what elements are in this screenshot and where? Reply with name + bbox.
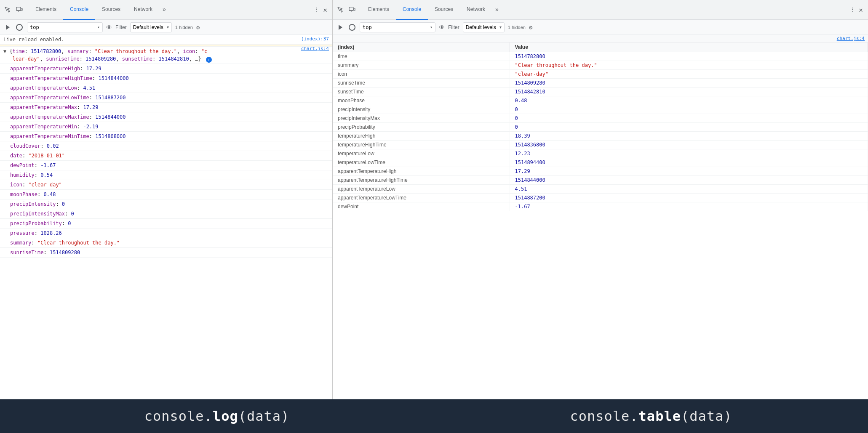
left-gear-icon[interactable]: ⚙ xyxy=(196,24,200,31)
right-tab-more[interactable]: » xyxy=(492,0,502,20)
right-run-icon[interactable] xyxy=(336,23,345,32)
prop-date: date: "2018-01-01" xyxy=(0,151,332,161)
table-cell-value: 1514782800 xyxy=(510,52,868,61)
left-console-content: (index):37 Live reload enabled. chart.js… xyxy=(0,35,332,399)
left-stop-icon[interactable] xyxy=(15,23,24,32)
table-cell-index: sunsetTime xyxy=(333,88,510,96)
left-tab-console[interactable]: Console xyxy=(63,0,95,20)
left-tab-icons xyxy=(3,5,24,14)
table-cell-index: dewPoint xyxy=(333,202,510,211)
right-tab-network[interactable]: Network xyxy=(460,0,492,20)
left-run-icon[interactable] xyxy=(3,23,12,32)
table-cell-value: 0.48 xyxy=(510,96,868,105)
right-tab-elements[interactable]: Elements xyxy=(361,0,396,20)
table-cell-value: "Clear throughout the day." xyxy=(510,61,868,70)
prop-dewPoint: dewPoint: -1.67 xyxy=(0,161,332,170)
left-close-icon[interactable]: ✕ xyxy=(321,4,329,16)
left-filter-label: Filter xyxy=(115,24,127,30)
chart-source-link[interactable]: chart.js:4 xyxy=(301,45,329,53)
left-tab-elements[interactable]: Elements xyxy=(29,0,63,20)
table-cell-index: apparentTemperatureLowTime xyxy=(333,194,510,202)
table-row: summary"Clear throughout the day." xyxy=(333,61,868,70)
left-hidden-badge: 1 hidden xyxy=(175,25,193,30)
left-tab-network[interactable]: Network xyxy=(127,0,159,20)
inspect-icon[interactable] xyxy=(3,5,12,14)
obj-preview: {time: 1514782800, summary: "Clear throu… xyxy=(3,48,207,62)
table-row: apparentTemperatureLow4.51 xyxy=(333,185,868,194)
left-console-toolbar: top ▾ 👁 Filter Default levels ▾ 1 hidden… xyxy=(0,20,332,35)
prop-apparentTemperatureMinTime: apparentTemperatureMinTime: 1514808000 xyxy=(0,132,332,141)
svg-rect-1 xyxy=(21,8,22,11)
obj-info-icon[interactable]: i xyxy=(206,57,212,63)
device-icon[interactable] xyxy=(15,5,24,14)
table-cell-value: 1514844000 xyxy=(510,176,868,185)
left-context-selector[interactable]: top ▾ xyxy=(27,22,103,32)
table-row: precipIntensity0 xyxy=(333,105,868,114)
left-tab-sources[interactable]: Sources xyxy=(95,0,127,20)
table-row: temperatureLowTime1514894400 xyxy=(333,158,868,167)
table-cell-value: 0 xyxy=(510,105,868,114)
table-cell-value: 12.23 xyxy=(510,149,868,158)
svg-rect-0 xyxy=(16,7,21,11)
left-tab-more[interactable]: » xyxy=(159,0,169,20)
right-tab-console[interactable]: Console xyxy=(396,0,428,20)
table-cell-value: 1514836800 xyxy=(510,141,868,149)
table-cell-index: temperatureHigh xyxy=(333,132,510,141)
left-eye-icon[interactable]: 👁 xyxy=(106,24,112,31)
left-more-vert-icon[interactable]: ⋮ xyxy=(312,5,321,15)
table-cell-value: 1514842810 xyxy=(510,88,868,96)
left-level-arrow: ▾ xyxy=(167,25,169,29)
right-level-selector[interactable]: Default levels ▾ xyxy=(463,22,505,32)
table-chart-source[interactable]: chart.js:4 xyxy=(837,36,865,41)
table-cell-value: 0 xyxy=(510,123,868,132)
prop-precipIntensityMax: precipIntensityMax: 0 xyxy=(0,209,332,219)
right-close-icon[interactable]: ✕ xyxy=(857,4,865,16)
table-cell-index: precipIntensityMax xyxy=(333,114,510,123)
table-cell-index: sunriseTime xyxy=(333,79,510,88)
table-cell-index: precipIntensity xyxy=(333,105,510,114)
prop-apparentTemperatureMaxTime: apparentTemperatureMaxTime: 1514844000 xyxy=(0,112,332,122)
bottom-log-args: (data) xyxy=(238,408,290,424)
prop-humidity: humidity: 0.54 xyxy=(0,170,332,180)
table-cell-value: 18.39 xyxy=(510,132,868,141)
live-reload-source[interactable]: (index):37 xyxy=(301,36,329,43)
bottom-left: console.log(data) xyxy=(0,408,434,424)
right-device-icon[interactable] xyxy=(348,5,356,14)
right-context-selector[interactable]: top ▾ xyxy=(360,22,435,32)
table-row: moonPhase0.48 xyxy=(333,96,868,105)
right-inspect-icon[interactable] xyxy=(336,5,345,14)
left-devtools-panel: Elements Console Sources Network » ⋮ ✕ t… xyxy=(0,0,333,399)
left-level-selector[interactable]: Default levels ▾ xyxy=(130,22,172,32)
svg-rect-4 xyxy=(349,7,353,11)
table-cell-value: 17.29 xyxy=(510,167,868,176)
right-level-value: Default levels xyxy=(466,24,496,30)
table-cell-value: 1514894400 xyxy=(510,158,868,167)
bottom-bar: console.log(data) console.table(data) xyxy=(0,399,868,433)
right-gear-icon[interactable]: ⚙ xyxy=(529,24,532,31)
table-row: dewPoint-1.67 xyxy=(333,202,868,211)
prop-precipProbability: precipProbability: 0 xyxy=(0,219,332,228)
table-cell-index: temperatureLow xyxy=(333,149,510,158)
table-cell-value: -1.67 xyxy=(510,202,868,211)
table-row: apparentTemperatureHigh17.29 xyxy=(333,167,868,176)
table-container: (index) Value time1514782800summary"Clea… xyxy=(333,43,868,399)
prop-apparentTemperatureMin: apparentTemperatureMin: -2.19 xyxy=(0,122,332,132)
table-cell-index: precipProbability xyxy=(333,123,510,132)
bottom-table-code: console.table(data) xyxy=(570,408,732,424)
bottom-log-prefix: console. xyxy=(144,408,213,424)
prop-pressure: pressure: 1028.26 xyxy=(0,228,332,238)
table-row: sunsetTime1514842810 xyxy=(333,88,868,96)
right-eye-icon[interactable]: 👁 xyxy=(439,24,445,31)
table-cell-index: apparentTemperatureHighTime xyxy=(333,176,510,185)
right-tab-sources[interactable]: Sources xyxy=(428,0,460,20)
table-row: precipIntensityMax0 xyxy=(333,114,868,123)
right-stop-icon[interactable] xyxy=(348,23,356,32)
prop-cloudCover: cloudCover: 0.02 xyxy=(0,141,332,151)
table-cell-value: 1514887200 xyxy=(510,194,868,202)
table-source-row: chart.js:4 xyxy=(333,35,868,43)
right-more-vert-icon[interactable]: ⋮ xyxy=(848,5,857,15)
prop-sunriseTime: sunriseTime: 1514809280 xyxy=(0,248,332,258)
table-cell-index: summary xyxy=(333,61,510,70)
table-cell-index: temperatureHighTime xyxy=(333,141,510,149)
expand-toggle[interactable]: ▼ xyxy=(3,48,6,54)
